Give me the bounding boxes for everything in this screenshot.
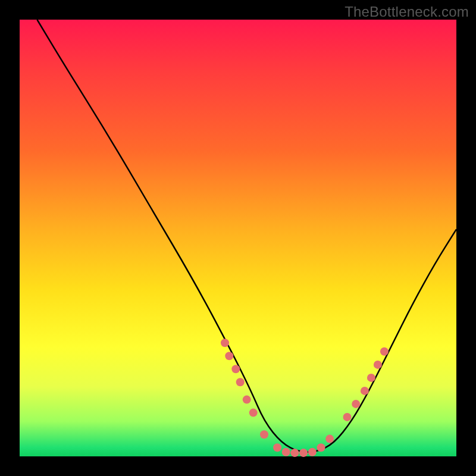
curve-marker (367, 374, 375, 382)
curve-marker (317, 443, 325, 452)
curve-marker (352, 400, 360, 408)
curve-marker (308, 448, 317, 456)
curve-marker (325, 435, 334, 443)
curve-marker (299, 449, 308, 457)
curve-marker (290, 449, 299, 457)
curve-marker (374, 361, 382, 369)
curve-marker (343, 413, 352, 421)
watermark-text: TheBottleneck.com (345, 4, 469, 20)
curve-marker (282, 448, 290, 456)
curve-marker (236, 378, 245, 386)
curve-layer (20, 20, 456, 456)
bottleneck-curve (37, 20, 456, 452)
curve-markers (221, 339, 389, 457)
curve-marker (361, 387, 369, 395)
curve-marker (225, 352, 233, 360)
chart-root: TheBottleneck.com (0, 0, 476, 476)
curve-marker (273, 443, 281, 452)
curve-marker (380, 347, 389, 356)
curve-marker (221, 339, 229, 347)
curve-marker (249, 409, 258, 417)
curve-marker (231, 365, 240, 373)
curve-marker (260, 430, 268, 439)
curve-marker (243, 396, 251, 404)
